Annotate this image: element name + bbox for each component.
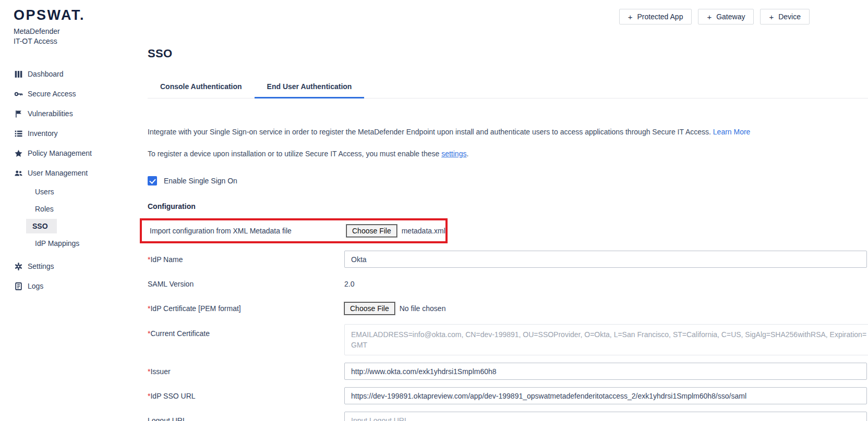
logs-icon	[14, 282, 23, 291]
product-line1: MetaDefender	[14, 27, 134, 36]
sidebar-item-idp-mappings[interactable]: IdP Mappings	[0, 234, 134, 252]
import-xml-label: Import configuration from XML Metadata f…	[150, 227, 346, 235]
idp-name-input[interactable]	[344, 251, 867, 268]
current-certificate-value: EMAILADDRESS=info@okta.com, CN=dev-19989…	[344, 324, 868, 355]
brand-block: OPSWAT. MetaDefender IT-OT Access	[0, 0, 134, 46]
sidebar-item-inventory[interactable]: Inventory	[0, 123, 134, 143]
enable-sso-label: Enable Single Sign On	[164, 177, 237, 185]
import-xml-file-control: Choose File metadata.xml	[346, 225, 445, 237]
sidebar-item-user-management[interactable]: User Management	[0, 163, 134, 183]
product-line2: IT-OT Access	[14, 36, 134, 46]
issuer-row: *Issuer	[148, 363, 868, 380]
sidebar-item-policy-management[interactable]: Policy Management	[0, 143, 134, 163]
page-title: SSO	[148, 47, 868, 60]
sidebar-item-sso[interactable]: SSO	[0, 217, 134, 234]
idp-certificate-row: *IdP Certificate [PEM format] Choose Fil…	[148, 300, 868, 317]
configuration-heading: Configuration	[148, 202, 868, 210]
sso-configuration-form: *IdP Name SAML Version 2.0 *IdP Certific…	[148, 251, 868, 421]
saml-version-value: 2.0	[344, 280, 868, 288]
saml-version-row: SAML Version 2.0	[148, 275, 868, 292]
idp-sso-url-row: *IdP SSO URL	[148, 387, 868, 404]
metadata-file-name: metadata.xml	[402, 227, 445, 235]
flag-icon	[14, 109, 23, 118]
sidebar-item-vulnerabilities[interactable]: Vulnerabilities	[0, 104, 134, 123]
opswat-logo: OPSWAT.	[14, 7, 134, 23]
sidebar-nav: Dashboard Secure Access Vulnerabilities …	[0, 64, 134, 296]
enable-sso-row: Enable Single Sign On	[148, 176, 868, 185]
choose-file-button-metadata[interactable]: Choose File	[346, 225, 397, 237]
list-icon	[14, 129, 23, 138]
tab-console-authentication[interactable]: Console Authentication	[148, 77, 255, 98]
tab-end-user-authentication[interactable]: End User Authentication	[255, 77, 365, 98]
idp-name-row: *IdP Name	[148, 251, 868, 268]
idp-certificate-file-control: Choose File No file chosen	[344, 302, 868, 315]
gear-icon	[14, 262, 23, 271]
certificate-file-status: No file chosen	[400, 304, 446, 313]
tabbar: Console Authentication End User Authenti…	[148, 77, 868, 98]
product-name: MetaDefender IT-OT Access	[14, 27, 134, 46]
key-icon	[14, 90, 23, 98]
sidebar-item-logs[interactable]: Logs	[0, 276, 134, 296]
sidebar: OPSWAT. MetaDefender IT-OT Access Dashbo…	[0, 0, 134, 421]
intro-paragraph-2: To register a device upon installation o…	[148, 148, 868, 159]
star-icon	[14, 149, 23, 158]
intro-paragraph-1: Integrate with your Single Sign-on servi…	[148, 127, 868, 137]
main-content: SSO Console Authentication End User Auth…	[148, 0, 868, 421]
sidebar-item-roles[interactable]: Roles	[0, 200, 134, 217]
logout-url-input[interactable]	[344, 412, 867, 421]
idp-sso-url-input[interactable]	[344, 387, 867, 404]
sidebar-item-sso-label: SSO	[26, 219, 57, 233]
issuer-input[interactable]	[344, 363, 867, 380]
enable-sso-checkbox[interactable]	[148, 176, 157, 185]
dashboard-icon	[14, 70, 23, 79]
learn-more-link[interactable]: Learn More	[713, 128, 751, 136]
logout-url-row: Logout URL	[148, 412, 868, 421]
sidebar-item-settings[interactable]: Settings	[0, 256, 134, 276]
sidebar-item-secure-access[interactable]: Secure Access	[0, 84, 134, 104]
sidebar-item-users[interactable]: Users	[0, 183, 134, 200]
users-icon	[14, 169, 23, 178]
user-management-subnav: Users Roles SSO IdP Mappings	[0, 183, 134, 252]
import-xml-row-highlight: Import configuration from XML Metadata f…	[140, 218, 448, 243]
choose-file-button-certificate[interactable]: Choose File	[344, 302, 395, 315]
settings-link[interactable]: settings	[441, 150, 466, 158]
sidebar-item-dashboard[interactable]: Dashboard	[0, 64, 134, 84]
current-certificate-row: *Current Certificate EMAILADDRESS=info@o…	[148, 324, 868, 355]
